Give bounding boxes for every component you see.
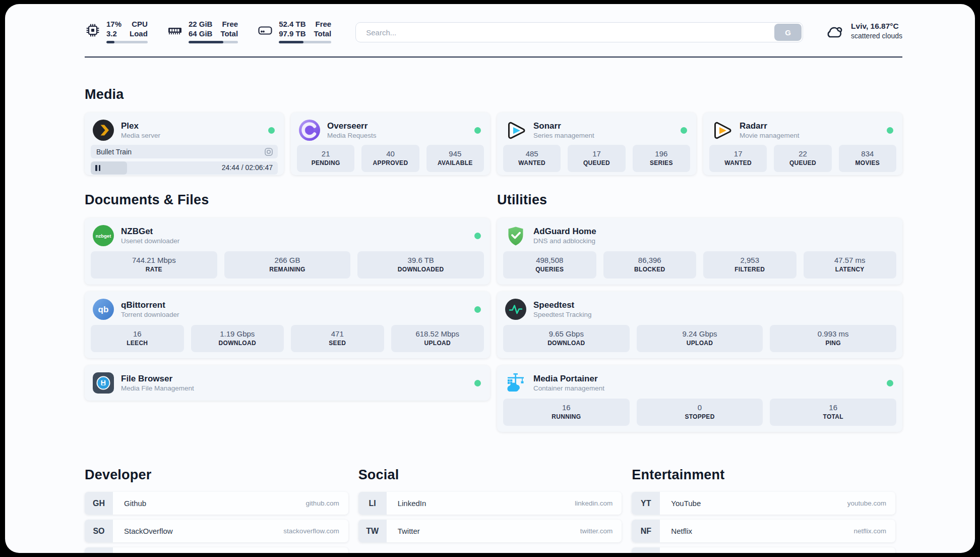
topbar: 17%3.2 CPULoad [85,19,902,43]
developer-links-column: Developer GH Github github.com SO StackO… [85,467,355,553]
service-subtitle: Media Requests [327,131,377,140]
dashboard-page: 17%3.2 CPULoad [5,4,975,553]
qbittorrent-icon: qb [93,299,114,320]
link-initials: SO [85,520,113,542]
link-url: github.com [306,499,339,507]
session-icon[interactable] [264,147,273,156]
service-subtitle: Torrent downloader [121,310,179,319]
link-name: YouTube [671,499,701,508]
stat-chip: 22QUEUED [774,145,831,172]
service-card-speedtest[interactable]: Speedtest Speedtest Tracking 9.65 GbpsDO… [497,292,902,358]
link-row-stackoverflow[interactable]: SO StackOverflow stackoverflow.com [85,520,348,542]
speedtest-icon [505,299,526,320]
status-dot [474,233,481,239]
service-title: Sonarr [533,121,594,131]
playback-progress-bar[interactable]: 24:44 / 02:06:47 [91,161,278,175]
stat-chip: 834MOVIES [839,145,896,172]
section-title-documents: Documents & Files [85,192,490,208]
status-dot [474,127,481,134]
link-row-dev[interactable]: DT DEV dev.to [85,547,348,553]
radarr-icon [711,120,732,141]
link-row-github[interactable]: GH Github github.com [85,492,348,515]
service-title: Plex [121,121,160,131]
media-cards-row: Plex Media server Bullet Train 24:44 / 0… [85,113,902,175]
service-subtitle: Usenet downloader [121,237,179,246]
link-name: StackOverflow [124,527,173,535]
svg-text:nzbget: nzbget [96,233,111,239]
svg-text:qb: qb [98,305,109,314]
service-card-qbittorrent[interactable]: qb qBittorrent Torrent downloader 16LEEC… [85,292,490,358]
cpu-labels: CPULoad [130,19,148,38]
service-subtitle: Series management [533,131,594,140]
service-title: Overseerr [327,121,377,131]
stat-chip: 485WANTED [503,145,561,172]
search-bar: G [355,22,803,42]
stat-chip: 0.993 msPING [770,325,896,352]
plex-icon [93,120,114,141]
link-url: linkedin.com [575,499,612,507]
service-card-radarr[interactable]: Radarr Movie management 17WANTED 22QUEUE… [703,113,902,175]
stat-chip: 945AVAILABLE [426,145,484,172]
link-row-reddit[interactable]: RE Reddit reddit.com [632,547,895,553]
link-initials: GH [85,492,113,515]
service-title: Radarr [740,121,800,131]
search-input[interactable] [355,22,803,42]
search-engine-button[interactable]: G [774,24,802,41]
link-initials: NF [632,520,660,542]
service-subtitle: Speedtest Tracking [533,310,592,319]
link-initials: DT [85,547,113,553]
disk-values: 52.4 TB97.9 TB [279,19,305,38]
pause-icon[interactable] [95,165,100,171]
cpu-values: 17%3.2 [106,19,121,38]
social-links-column: Social LI LinkedIn linkedin.com TW Twitt… [358,467,629,553]
disk-labels: FreeTotal [314,19,331,38]
link-url: twitter.com [580,527,613,535]
status-dot [268,127,275,134]
memory-labels: FreeTotal [220,19,238,38]
stat-chip: 9.65 GbpsDOWNLOAD [503,325,630,352]
link-initials: LI [358,492,387,515]
link-row-twitter[interactable]: TW Twitter twitter.com [358,520,622,542]
service-card-filebrowser[interactable]: File Browser Media File Management [85,365,490,401]
section-title-entertainment: Entertainment [632,467,902,483]
service-card-portainer[interactable]: Media Portainer Container management 16R… [497,365,902,432]
section-title-social: Social [358,467,629,483]
service-subtitle: DNS and adblocking [533,237,596,246]
status-dot [474,306,481,313]
stat-chip: 40APPROVED [361,145,419,172]
stat-chip: 17QUEUED [568,145,625,172]
link-name: Github [124,499,146,508]
ram-icon [167,22,183,38]
plex-now-playing: Bullet Train 24:44 / 02:06:47 [85,145,284,181]
portainer-icon [505,372,526,394]
link-row-linkedin[interactable]: LI LinkedIn linkedin.com [358,492,622,515]
stat-chip: 21PENDING [297,145,354,172]
weather-widget: Lviv, 16.87°C scattered clouds [824,21,902,41]
cpu-monitor: 17%3.2 CPULoad [85,19,148,43]
service-title: AdGuard Home [533,226,596,237]
stat-chip: 16LEECH [91,325,184,352]
cpu-icon [85,22,101,38]
link-row-netflix[interactable]: NF Netflix netflix.com [632,520,895,542]
link-row-youtube[interactable]: YT YouTube youtube.com [632,492,895,515]
memory-monitor: 22 GiB64 GiB FreeTotal [167,19,238,43]
service-subtitle: Movie management [740,131,800,140]
stat-chip: 16RUNNING [503,399,630,426]
stat-chip: 744.21 MbpsRATE [91,251,217,278]
stat-chip: 618.52 MbpsUPLOAD [391,325,484,352]
service-card-nzbget[interactable]: nzbget NZBGet Usenet downloader 744.21 M… [85,218,490,285]
service-title: qBittorrent [121,300,179,310]
overseerr-icon [299,120,320,141]
memory-values: 22 GiB64 GiB [189,19,213,38]
memory-progress [189,41,238,43]
service-card-sonarr[interactable]: Sonarr Series management 485WANTED 17QUE… [497,113,696,175]
service-card-overseerr[interactable]: Overseerr Media Requests 21PENDING 40APP… [291,113,490,175]
utilities-column: Utilities AdGuard Home DNS and [497,192,902,439]
stat-chip: 196SERIES [633,145,690,172]
service-card-adguard[interactable]: AdGuard Home DNS and adblocking 498,508Q… [497,218,902,285]
playback-time: 24:44 / 02:06:47 [222,163,273,172]
service-card-plex[interactable]: Plex Media server Bullet Train 24:44 / 0… [85,113,284,175]
service-title: Media Portainer [533,373,604,384]
service-title: Speedtest [533,300,592,310]
stat-chip: 498,508QUERIES [503,251,596,278]
